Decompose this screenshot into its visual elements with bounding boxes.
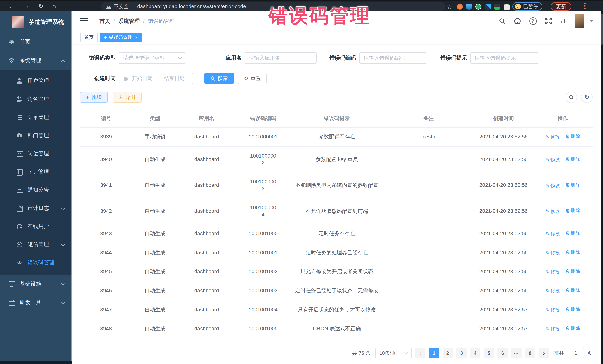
sidebar-item-dictionary[interactable]: 字典管理 [0, 163, 72, 181]
edit-link[interactable]: ✎ 修改 [545, 182, 560, 189]
sidebar-item-notices[interactable]: 通知公告 [0, 181, 72, 199]
page-ellipsis[interactable]: ••• [511, 348, 522, 358]
chevron-down-icon [61, 206, 65, 210]
edit-link[interactable]: ✎ 修改 [545, 208, 560, 214]
delete-link[interactable]: 删除 [566, 156, 580, 162]
delete-link[interactable]: 删除 [566, 133, 580, 140]
github-icon[interactable] [514, 17, 521, 25]
tag-home[interactable]: 首页 [80, 33, 98, 42]
edit-link[interactable]: ✎ 修改 [545, 269, 560, 275]
edit-link[interactable]: ✎ 修改 [545, 156, 560, 163]
page-button-8[interactable]: 8 [525, 348, 535, 358]
tags-bar: 首页 错误码管理 × [72, 31, 601, 44]
page-button-1[interactable]: 1 [429, 348, 439, 358]
breadcrumb-home[interactable]: 首页 [99, 17, 110, 25]
breadcrumb-system[interactable]: 系统管理 [118, 17, 140, 25]
sidebar-item-error-codes[interactable]: 错误码管理 [0, 254, 72, 272]
reset-button[interactable]: ↻ 重置 [238, 73, 267, 84]
hamburger-icon[interactable] [80, 18, 88, 24]
cell-type: 自动生成 [132, 300, 178, 319]
cell-app: dashboard [178, 172, 235, 198]
page-button-5[interactable]: 5 [484, 348, 494, 358]
fullscreen-icon[interactable] [545, 18, 552, 25]
page-button-3[interactable]: 3 [456, 348, 467, 358]
delete-link[interactable]: 删除 [566, 207, 580, 214]
goto-page-input[interactable] [568, 348, 584, 358]
caret-down-icon[interactable] [590, 20, 593, 22]
sidebar-scrollbar[interactable] [71, 11, 72, 364]
search-icon[interactable] [499, 18, 506, 24]
extension-icon-orange[interactable] [457, 4, 463, 10]
delete-link[interactable]: 删除 [566, 182, 580, 188]
sidebar-item-menus[interactable]: 菜单管理 [0, 108, 72, 126]
edit-link[interactable]: ✎ 修改 [545, 326, 560, 332]
security-label[interactable]: 不安全 [114, 3, 129, 10]
page-button-4[interactable]: 4 [470, 348, 480, 358]
font-size-icon[interactable]: TT [560, 17, 567, 25]
delete-link[interactable]: 删除 [566, 325, 580, 331]
sidebar-item-departments[interactable]: 部门管理 [0, 126, 72, 144]
logo-row[interactable]: 芋道管理系统 [0, 11, 72, 33]
edit-link[interactable]: ✎ 修改 [545, 134, 560, 140]
cell-code: 1001000001 [235, 127, 291, 146]
bookmark-star-icon[interactable]: ☆ [447, 3, 452, 10]
update-button[interactable]: 更新 [551, 2, 571, 11]
question-icon[interactable]: ? [529, 17, 537, 25]
delete-link[interactable]: 删除 [566, 230, 580, 236]
table-refresh-icon[interactable]: ↻ [581, 92, 593, 103]
paused-extension-pill[interactable]: 已暂停 [512, 2, 542, 11]
sidebar-item-home[interactable]: 首页 [0, 33, 72, 51]
search-button[interactable]: 搜索 [204, 73, 234, 84]
browser-menu-dots-icon[interactable] [584, 3, 586, 4]
edit-link[interactable]: ✎ 修改 [545, 288, 560, 294]
sidebar-item-audit-logs[interactable]: 审计日志 [0, 199, 72, 217]
tag-error-codes[interactable]: 错误码管理 × [100, 33, 141, 42]
sidebar-item-users[interactable]: 用户管理 [0, 72, 72, 90]
next-page-button[interactable]: › [539, 348, 549, 358]
col-app: 应用名 [178, 110, 235, 127]
sidebar-item-sms[interactable]: 短信管理 [0, 235, 72, 254]
prev-page-button[interactable]: ‹ [415, 348, 425, 358]
sidebar-item-positions[interactable]: 岗位管理 [0, 144, 72, 163]
error-msg-input[interactable] [475, 55, 534, 61]
reload-icon[interactable]: ↻ [38, 3, 44, 9]
export-button[interactable]: 导出 [113, 92, 141, 103]
home-icon[interactable]: ⌂ [52, 3, 56, 10]
table-search-toggle-icon[interactable] [566, 92, 577, 103]
extension-icon-on-badge[interactable] [494, 4, 500, 10]
update-label: 更新 [556, 3, 566, 10]
close-icon[interactable]: × [135, 35, 138, 40]
sidebar-item-roles[interactable]: 角色管理 [0, 90, 72, 108]
extension-icon-green-y[interactable] [475, 4, 481, 10]
error-code-input-wrap [359, 52, 426, 64]
cell-app: dashboard [178, 198, 235, 224]
edit-link[interactable]: ✎ 修改 [545, 231, 560, 237]
delete-link[interactable]: 删除 [566, 268, 580, 274]
extension-icon-squares[interactable] [485, 4, 491, 10]
error-code-input[interactable] [364, 55, 422, 61]
back-icon[interactable]: ← [9, 3, 15, 9]
sidebar-item-online-users[interactable]: 在线用户 [0, 217, 72, 235]
delete-link[interactable]: 删除 [566, 249, 580, 255]
delete-link[interactable]: 删除 [566, 287, 580, 293]
extension-icon-blue-gem[interactable] [466, 4, 472, 10]
window-scrollbar[interactable] [601, 11, 603, 364]
sidebar-item-infrastructure[interactable]: 基础设施 [0, 275, 72, 293]
edit-link[interactable]: ✎ 修改 [545, 250, 560, 256]
delete-link[interactable]: 删除 [566, 306, 580, 312]
avatar[interactable] [575, 14, 584, 28]
scrollbar-thumb[interactable] [601, 13, 603, 45]
add-button[interactable]: + 新增 [80, 92, 108, 103]
edit-link[interactable]: ✎ 修改 [545, 307, 560, 313]
trash-icon [566, 269, 570, 273]
app-name-input[interactable] [249, 55, 312, 61]
url-text[interactable]: dashboard.yudao.iocoder.cn/system/error-… [137, 4, 246, 10]
forward-icon[interactable]: → [23, 3, 30, 9]
page-size-select[interactable]: 10条/页 [375, 348, 412, 358]
sidebar-item-system[interactable]: 系统管理 [0, 51, 72, 70]
page-button-2[interactable]: 2 [442, 348, 453, 358]
sidebar-item-dev-tools[interactable]: 研发工具 [0, 293, 72, 312]
error-type-select[interactable]: 请选择错误码类型 [119, 52, 186, 64]
date-range-picker[interactable]: ▦ 开始日期 - 结束日期 [119, 73, 193, 84]
page-button-6[interactable]: 6 [498, 348, 508, 358]
